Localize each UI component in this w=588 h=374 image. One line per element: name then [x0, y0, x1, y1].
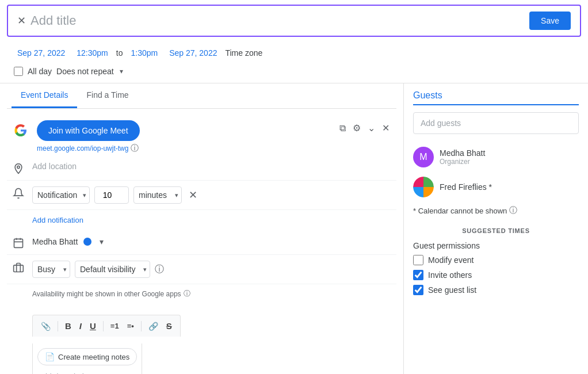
calendar-name: Medha Bhatt — [32, 237, 78, 246]
toolbar-unordered-list-button[interactable]: ≡• — [124, 319, 138, 333]
toolbar-strikethrough-button[interactable]: S — [163, 319, 175, 333]
availability-note-row: Availability might be shown in other Goo… — [7, 284, 396, 306]
guest-item-fred: Fred Fireflies * — [413, 173, 579, 201]
toolbar-sep-3 — [141, 321, 142, 331]
meet-close-button[interactable]: ✕ — [380, 120, 392, 136]
fred-tile-q2 — [423, 177, 434, 187]
notification-icon — [12, 186, 25, 199]
repeat-select[interactable]: Does not repeat Every day Every week Cus… — [56, 67, 123, 76]
start-time-chip[interactable]: 12:30pm — [73, 46, 111, 60]
notification-value-input[interactable] — [94, 186, 129, 204]
to-label: to — [116, 48, 123, 58]
google-meet-icon — [12, 124, 30, 138]
modify-event-checkbox[interactable] — [413, 255, 423, 265]
permission-modify-event: Modify event — [413, 255, 579, 265]
meet-link[interactable]: meet.google.com/iop-uwjt-twg — [37, 144, 128, 152]
meet-row: Join with Google Meet meet.google.com/io… — [7, 116, 396, 156]
allday-row: All day Does not repeat Every day Every … — [0, 64, 588, 83]
meet-content: Join with Google Meet meet.google.com/io… — [37, 120, 392, 154]
tab-event-details[interactable]: Event Details — [12, 83, 77, 108]
location-input[interactable] — [32, 162, 392, 171]
toolbar-italic-button[interactable]: I — [76, 319, 85, 333]
guest-name-fred: Fred Fireflies * — [440, 182, 579, 192]
notification-row: Notification Email minutes hours days we… — [7, 181, 396, 210]
notification-content: Notification Email minutes hours days we… — [32, 186, 392, 204]
toolbar-link-button[interactable]: 🔗 — [145, 319, 162, 333]
toolbar-sep-2 — [103, 321, 104, 331]
calendar-dropdown-button[interactable]: ▾ — [97, 236, 106, 247]
toolbar: 📎 B I U ≡1 ≡• 🔗 S — [32, 315, 181, 337]
status-content: Busy Free Default visibility Public Priv… — [32, 261, 392, 278]
toolbar-underline-button[interactable]: U — [86, 319, 100, 333]
add-notification-row: Add notification — [7, 210, 396, 230]
meet-settings-button[interactable]: ⚙ — [350, 120, 363, 136]
create-notes-label: Create meeting notes — [58, 353, 129, 361]
join-meet-button[interactable]: Join with Google Meet — [37, 120, 140, 141]
meet-copy-button[interactable]: ⧉ — [337, 120, 348, 136]
add-guests-input[interactable] — [413, 112, 579, 134]
allday-checkbox[interactable] — [14, 67, 23, 76]
meet-expand-button[interactable]: ⌄ — [365, 120, 377, 136]
end-time-chip[interactable]: 1:30pm — [127, 46, 161, 60]
see-guest-list-label: See guest list — [428, 285, 476, 295]
close-icon[interactable]: ✕ — [17, 14, 26, 27]
modify-event-label: Modify event — [428, 255, 474, 265]
add-description-placeholder[interactable]: Add description — [37, 370, 137, 374]
meet-link-row: meet.google.com/iop-uwjt-twg ⓘ — [37, 143, 140, 154]
invite-others-checkbox[interactable] — [413, 270, 423, 280]
toolbar-ordered-list-button[interactable]: ≡1 — [107, 319, 123, 333]
availability-help-icon[interactable]: ⓘ — [184, 289, 190, 299]
tabs: Event Details Find a Time — [7, 83, 396, 109]
permission-invite-others: Invite others — [413, 270, 579, 280]
svg-rect-1 — [14, 239, 23, 247]
status-row: Busy Free Default visibility Public Priv… — [7, 255, 396, 284]
suggested-times-label[interactable]: SUGGESTED TIMES — [413, 223, 579, 241]
right-panel: Guests M Medha Bhatt Organizer — [404, 83, 588, 374]
meet-help-icon[interactable]: ⓘ — [131, 143, 139, 154]
location-row — [7, 156, 396, 181]
save-button[interactable]: Save — [529, 12, 571, 30]
permission-see-guest-list: See guest list — [413, 285, 579, 295]
guest-info-medha: Medha Bhatt Organizer — [440, 148, 579, 166]
fred-asterisk: * — [489, 182, 492, 192]
toolbar-bold-button[interactable]: B — [62, 319, 75, 333]
toolbar-attach-button[interactable]: 📎 — [37, 319, 54, 333]
start-date-chip[interactable]: Sep 27, 2022 — [14, 46, 68, 60]
clear-notification-button[interactable]: ✕ — [186, 189, 200, 201]
guest-avatar-medha: M — [413, 147, 434, 167]
add-notification-link[interactable]: Add notification — [32, 213, 371, 227]
guest-permissions-title: Guest permissions — [413, 241, 579, 250]
description-area[interactable]: 📄 Create meeting notes Add description — [32, 344, 142, 374]
svg-rect-5 — [14, 265, 24, 272]
create-notes-button[interactable]: 📄 Create meeting notes — [37, 348, 137, 365]
calendar-icon — [12, 236, 25, 249]
guest-info-fred: Fred Fireflies * — [440, 182, 579, 192]
fred-tile — [413, 177, 434, 197]
visibility-help-button[interactable]: ⓘ — [155, 264, 164, 276]
busy-select[interactable]: Busy Free — [32, 261, 70, 278]
notification-type-select[interactable]: Notification Email — [32, 186, 90, 204]
left-panel: Event Details Find a Time — [0, 83, 403, 374]
guest-role-medha: Organizer — [440, 158, 579, 166]
end-date-chip[interactable]: Sep 27, 2022 — [166, 46, 220, 60]
see-guest-list-checkbox[interactable] — [413, 285, 423, 295]
tab-find-a-time[interactable]: Find a Time — [77, 83, 138, 108]
calendar-warning: * Calendar cannot be shown ⓘ — [413, 205, 579, 216]
svg-point-0 — [17, 166, 20, 168]
availability-note: Availability might be shown in other Goo… — [32, 287, 371, 301]
busy-select-wrapper: Busy Free — [32, 261, 70, 278]
invite-others-label: Invite others — [428, 270, 472, 280]
title-input[interactable] — [30, 13, 525, 28]
guests-title: Guests — [413, 83, 579, 105]
calendar-warning-help-icon[interactable]: ⓘ — [509, 205, 517, 216]
fred-tile-q4 — [423, 187, 434, 197]
fred-tile-q3 — [413, 187, 423, 197]
notification-unit-select[interactable]: minutes hours days weeks — [133, 186, 182, 204]
toolbar-sep-1 — [58, 321, 58, 331]
content-area: Event Details Find a Time — [0, 83, 588, 374]
description-row: 📎 B I U ≡1 ≡• 🔗 S 📄 Create meeting notes — [7, 306, 396, 374]
visibility-select[interactable]: Default visibility Public Private — [75, 261, 150, 278]
calendar-content: Medha Bhatt ▾ — [32, 236, 392, 247]
calendar-color-dot — [83, 238, 91, 246]
timezone-button[interactable]: Time zone — [225, 48, 262, 58]
